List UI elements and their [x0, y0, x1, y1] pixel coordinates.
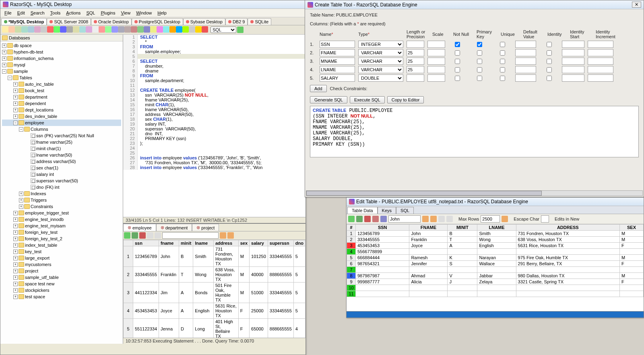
toolbar-button-25[interactable] [163, 26, 169, 33]
cell[interactable]: K [448, 255, 477, 261]
scale-input[interactable] [427, 58, 445, 65]
titlebar[interactable]: RazorSQL - MySQL Desktop [0, 0, 305, 9]
cell[interactable]: 501 Fire Oak, Humble TX [213, 283, 238, 303]
connection-tab[interactable]: SQLite [248, 18, 271, 25]
search-prev-icon[interactable] [227, 232, 234, 239]
identity-checkbox[interactable] [547, 59, 552, 64]
tree-node[interactable]: +stockpickers [2, 287, 121, 293]
code-line[interactable]: dname [138, 68, 159, 73]
unique-checkbox[interactable] [500, 59, 505, 64]
code-line[interactable]: PRIMARY KEY (ssn) [138, 136, 186, 141]
cell[interactable]: English [477, 243, 516, 249]
scale-input[interactable] [427, 41, 445, 48]
expand-icon[interactable]: − [8, 76, 12, 80]
expand-icon[interactable]: + [2, 63, 6, 67]
table-row[interactable]: 45566778899 [347, 249, 644, 255]
cell[interactable]: 888665555 [268, 319, 293, 338]
menu-help[interactable]: Help [155, 10, 169, 16]
column-header[interactable]: superssn [268, 240, 293, 246]
table-row[interactable]: 7 [347, 267, 644, 273]
refresh-icon[interactable] [348, 216, 355, 222]
tree-node[interactable]: +employee_trigger_test [2, 210, 121, 216]
cell[interactable] [619, 267, 643, 273]
identity-checkbox[interactable] [547, 42, 552, 47]
identity-incr-input[interactable] [588, 49, 613, 56]
unique-checkbox[interactable] [500, 50, 505, 56]
search-prev-icon[interactable] [430, 216, 437, 222]
table-row[interactable]: 3441122334JimABonds501 Fire Oak, Humble … [124, 283, 305, 303]
execute-sql-button[interactable]: Execute SQL [350, 96, 385, 103]
code-line[interactable] [138, 83, 140, 88]
cell[interactable]: 51000 [250, 283, 268, 303]
menu-actions[interactable]: Actions [64, 10, 83, 16]
cell[interactable]: T [448, 237, 477, 243]
max-rows-input[interactable] [481, 215, 500, 223]
cell[interactable]: John [409, 231, 448, 237]
column-name-input[interactable] [320, 58, 355, 65]
code-line[interactable]: SELECT [138, 35, 157, 39]
tree-node[interactable]: +mycustomers [2, 261, 121, 268]
notnull-checkbox[interactable] [455, 59, 460, 64]
cell[interactable] [477, 249, 516, 255]
toolbar-button-31[interactable] [202, 26, 208, 33]
result-tab-project[interactable]: ⊗ project [192, 224, 219, 231]
scale-input[interactable] [427, 49, 445, 56]
column-header[interactable]: ADDRESS [516, 225, 619, 231]
cell[interactable]: Zelaya [477, 279, 516, 285]
cell[interactable]: Joyce [159, 303, 179, 319]
expand-icon[interactable]: + [2, 43, 6, 48]
tree-node[interactable]: +book_test [2, 87, 121, 94]
cell[interactable]: 401 High St, Bellaire TX [213, 319, 238, 338]
cell[interactable] [516, 285, 619, 291]
cell[interactable]: 40000 [250, 267, 268, 283]
tree-node[interactable]: +foreign_key_test_2 [2, 235, 121, 242]
tree-node[interactable]: +engine_test_innodb [2, 216, 121, 223]
identity-start-input[interactable] [562, 66, 584, 73]
identity-incr-input[interactable] [588, 41, 613, 48]
expand-icon[interactable]: + [19, 192, 23, 196]
table-row[interactable]: 1123456789JohnBSmith731 Fondren, Houston… [124, 246, 305, 267]
undo-icon[interactable] [372, 216, 379, 222]
cell[interactable]: 3321 Castle, Spring TX [516, 279, 619, 285]
cell[interactable] [448, 285, 477, 291]
column-header[interactable]: FNAME [409, 225, 448, 231]
table-row[interactable]: 8987987987AhmadVJabbar980 Dallas, Housto… [347, 273, 644, 279]
cell[interactable]: S [448, 261, 477, 267]
toolbar-button-2[interactable] [15, 26, 21, 33]
close-icon[interactable]: ✕ [632, 2, 641, 8]
delete-row-icon[interactable] [364, 216, 371, 222]
cell[interactable]: 291 Berry, Bellaire, TX [516, 261, 619, 267]
tree-node[interactable]: superssn varchar(50) [2, 178, 121, 184]
cell[interactable]: 333445555 [356, 237, 409, 243]
unique-checkbox[interactable] [500, 67, 505, 72]
identity-checkbox[interactable] [547, 50, 552, 56]
column-header[interactable]: salary [250, 240, 268, 246]
cell[interactable]: F [619, 279, 643, 285]
column-header[interactable]: sex [238, 240, 249, 246]
tree-node[interactable]: +des_index_table [2, 113, 121, 120]
toolbar-button-27[interactable] [176, 26, 182, 33]
column-header[interactable]: dno [293, 240, 305, 246]
notnull-checkbox[interactable] [455, 42, 460, 47]
toolbar-button-5[interactable] [34, 26, 41, 33]
pk-checkbox[interactable] [477, 50, 482, 56]
identity-start-input[interactable] [562, 58, 584, 65]
identity-checkbox[interactable] [547, 67, 552, 72]
cell[interactable]: D [179, 319, 193, 338]
expand-icon[interactable]: + [13, 230, 18, 235]
default-input[interactable] [515, 41, 536, 48]
database-tree[interactable]: Databases +db space+hyphen-db-test+infor… [0, 35, 123, 344]
cell[interactable]: A [179, 303, 193, 319]
delete-row-icon[interactable] [139, 232, 146, 239]
code-line[interactable] [138, 146, 140, 151]
code-line[interactable]: SELECT [138, 59, 157, 64]
expand-icon[interactable]: − [19, 127, 23, 132]
notnull-checkbox[interactable] [455, 67, 460, 72]
menu-view[interactable]: View [119, 10, 133, 16]
toolbar-button-23[interactable] [150, 26, 157, 33]
edit-grid[interactable]: #SSNFNAMEMINITLNAMEADDRESSSEX1123456789J… [347, 224, 644, 311]
identity-start-input[interactable] [562, 74, 584, 82]
cell[interactable]: Bonds [193, 283, 214, 303]
cell[interactable]: F [619, 261, 643, 267]
commit-icon[interactable] [147, 232, 153, 239]
